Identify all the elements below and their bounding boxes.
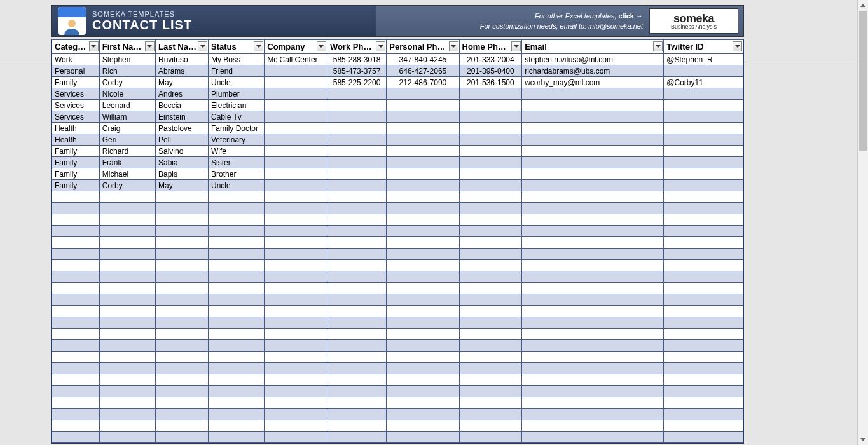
cell-category[interactable]: Personal	[52, 65, 100, 77]
cell-category[interactable]	[52, 432, 100, 443]
cell-work_phone[interactable]	[327, 386, 386, 397]
table-row[interactable]: ServicesLeonardBocciaElectrician	[52, 100, 743, 111]
cell-first_name[interactable]	[99, 352, 155, 363]
cell-email[interactable]	[522, 294, 664, 306]
filter-dropdown-icon[interactable]	[733, 41, 742, 51]
cell-status[interactable]	[209, 283, 265, 294]
cell-first_name[interactable]: Stephen	[99, 54, 155, 65]
cell-twitter[interactable]	[664, 352, 743, 363]
cell-first_name[interactable]: Leonard	[99, 100, 155, 111]
column-header-personal_phone[interactable]: Personal Phone	[387, 40, 459, 54]
cell-last_name[interactable]	[155, 271, 208, 283]
cell-first_name[interactable]	[99, 294, 155, 306]
cell-status[interactable]	[209, 260, 265, 271]
cell-personal_phone[interactable]: 212-486-7090	[387, 77, 459, 88]
cell-email[interactable]	[522, 329, 664, 340]
cell-status[interactable]	[209, 214, 265, 226]
filter-dropdown-icon[interactable]	[254, 41, 263, 51]
cell-twitter[interactable]	[664, 111, 743, 123]
cell-personal_phone[interactable]	[387, 397, 459, 409]
cell-email[interactable]	[522, 363, 664, 374]
cell-work_phone[interactable]	[327, 317, 386, 329]
cell-twitter[interactable]	[664, 260, 743, 271]
cell-home_phone[interactable]	[459, 123, 522, 134]
cell-first_name[interactable]	[99, 329, 155, 340]
cell-personal_phone[interactable]	[387, 374, 459, 386]
cell-home_phone[interactable]: 201-333-2004	[459, 54, 522, 65]
cell-category[interactable]: Family	[52, 180, 100, 191]
cell-status[interactable]	[209, 432, 265, 443]
column-header-work_phone[interactable]: Work Phone	[327, 40, 386, 54]
cell-personal_phone[interactable]	[387, 214, 459, 226]
cell-company[interactable]	[265, 180, 327, 191]
cell-work_phone[interactable]	[327, 329, 386, 340]
cell-work_phone[interactable]	[327, 111, 386, 123]
cell-home_phone[interactable]	[459, 168, 522, 180]
cell-twitter[interactable]	[664, 386, 743, 397]
table-row[interactable]: WorkStephenRuvitusoMy BossMc Call Center…	[52, 54, 743, 65]
vertical-scrollbar[interactable]	[857, 0, 868, 445]
cell-first_name[interactable]	[99, 203, 155, 214]
cell-home_phone[interactable]	[459, 386, 522, 397]
cell-company[interactable]	[265, 386, 327, 397]
cell-first_name[interactable]	[99, 260, 155, 271]
cell-personal_phone[interactable]	[387, 363, 459, 374]
cell-company[interactable]	[265, 77, 327, 88]
cell-company[interactable]	[265, 111, 327, 123]
cell-email[interactable]	[522, 374, 664, 386]
cell-work_phone[interactable]	[327, 249, 386, 260]
table-row[interactable]: HealthCraigPastoloveFamily Doctor	[52, 123, 743, 134]
cell-category[interactable]	[52, 386, 100, 397]
cell-status[interactable]	[209, 363, 265, 374]
cell-status[interactable]	[209, 226, 265, 237]
cell-email[interactable]	[522, 306, 664, 317]
cell-twitter[interactable]	[664, 294, 743, 306]
cell-last_name[interactable]	[155, 214, 208, 226]
column-header-home_phone[interactable]: Home Phone	[459, 40, 522, 54]
cell-home_phone[interactable]: 201-395-0400	[459, 65, 522, 77]
cell-category[interactable]	[52, 226, 100, 237]
cell-first_name[interactable]: Craig	[99, 123, 155, 134]
cell-company[interactable]	[265, 226, 327, 237]
cell-twitter[interactable]	[664, 397, 743, 409]
cell-home_phone[interactable]	[459, 374, 522, 386]
cell-email[interactable]	[522, 420, 664, 432]
cell-company[interactable]	[265, 237, 327, 249]
cell-twitter[interactable]	[664, 191, 743, 203]
cell-last_name[interactable]: Pell	[155, 134, 208, 146]
cell-work_phone[interactable]	[327, 260, 386, 271]
cell-home_phone[interactable]	[459, 214, 522, 226]
cell-category[interactable]	[52, 409, 100, 420]
cell-personal_phone[interactable]	[387, 111, 459, 123]
cell-status[interactable]	[209, 191, 265, 203]
cell-twitter[interactable]	[664, 226, 743, 237]
table-row[interactable]	[52, 260, 743, 271]
cell-twitter[interactable]	[664, 317, 743, 329]
cell-company[interactable]	[265, 409, 327, 420]
cell-personal_phone[interactable]	[387, 329, 459, 340]
cell-twitter[interactable]	[664, 65, 743, 77]
cell-home_phone[interactable]	[459, 237, 522, 249]
cell-home_phone[interactable]	[459, 352, 522, 363]
cell-first_name[interactable]	[99, 226, 155, 237]
cell-last_name[interactable]: Pastolove	[155, 123, 208, 134]
cell-email[interactable]	[522, 203, 664, 214]
column-header-first_name[interactable]: First Name	[99, 40, 155, 54]
cell-work_phone[interactable]: 585-288-3018	[327, 54, 386, 65]
someka-logo[interactable]: someka Business Analysis	[649, 8, 738, 34]
table-row[interactable]: FamilyFrankSabiaSister	[52, 157, 743, 168]
cell-personal_phone[interactable]	[387, 306, 459, 317]
cell-twitter[interactable]	[664, 271, 743, 283]
cell-personal_phone[interactable]	[387, 226, 459, 237]
cell-twitter[interactable]	[664, 123, 743, 134]
cell-twitter[interactable]	[664, 146, 743, 157]
table-row[interactable]	[52, 386, 743, 397]
cell-twitter[interactable]	[664, 329, 743, 340]
cell-personal_phone[interactable]	[387, 100, 459, 111]
cell-home_phone[interactable]	[459, 249, 522, 260]
cell-category[interactable]: Health	[52, 123, 100, 134]
cell-twitter[interactable]	[664, 283, 743, 294]
cell-company[interactable]	[265, 146, 327, 157]
cell-last_name[interactable]	[155, 203, 208, 214]
cell-last_name[interactable]	[155, 283, 208, 294]
